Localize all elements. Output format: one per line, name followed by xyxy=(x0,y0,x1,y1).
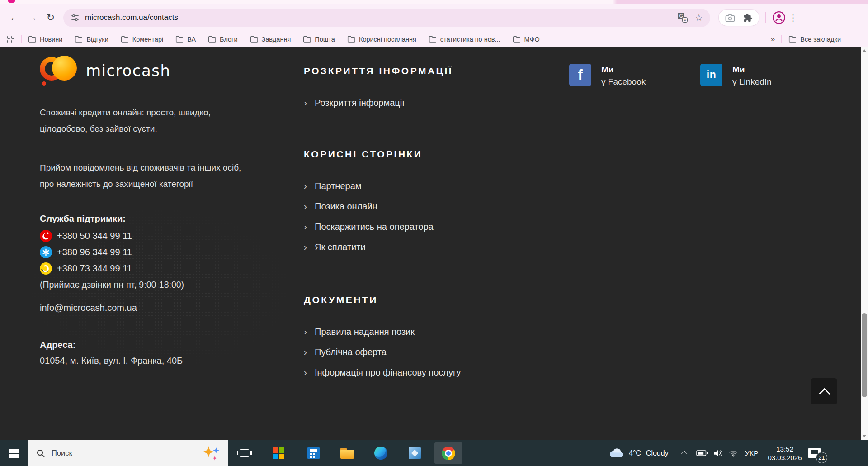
lifecell-icon xyxy=(40,262,52,275)
bookmark-folder-poshta[interactable]: Пошта xyxy=(303,36,335,43)
footer-link-how-to-pay[interactable]: › Як сплатити xyxy=(304,241,434,253)
footer-link-complain[interactable]: › Поскаржитись на оператора xyxy=(304,220,434,233)
all-bookmarks-button[interactable]: Все закладки xyxy=(788,36,841,43)
bookmark-folder-zavdannia[interactable]: Завдання xyxy=(250,36,291,43)
copilot-sparkle-icon[interactable] xyxy=(199,445,223,462)
phone-link-vodafone[interactable]: +380 50 344 99 11 xyxy=(40,229,184,243)
start-button[interactable] xyxy=(0,440,28,466)
support-label: Служба підтримки: xyxy=(40,212,184,225)
section-useful-pages: КОРИСНІ СТОРІНКИ › Партнерам › Позика он… xyxy=(304,148,434,253)
chevron-right-icon: › xyxy=(304,366,307,379)
tab-strip[interactable] xyxy=(0,0,868,4)
task-view-button[interactable] xyxy=(230,440,258,466)
linkedin-icon: in xyxy=(700,64,722,86)
taskbar-search-box[interactable]: Поиск xyxy=(28,440,228,466)
footer-link-loan-rules[interactable]: › Правила надання позик xyxy=(304,325,461,338)
site-settings-icon[interactable] xyxy=(71,13,80,22)
bookmark-folder-komentari[interactable]: Коментарі xyxy=(121,36,163,43)
extensions-icon[interactable] xyxy=(743,13,753,23)
battery-indicator[interactable] xyxy=(696,440,708,466)
search-icon xyxy=(36,449,45,458)
camera-icon[interactable] xyxy=(725,14,735,22)
translate-char: ж xyxy=(682,17,688,23)
show-desktop-button[interactable] xyxy=(865,440,868,466)
bookmarks-right-group: » Все закладки xyxy=(771,35,841,44)
bookmark-label: Відгуки xyxy=(86,36,108,43)
back-button[interactable]: ← xyxy=(5,9,24,27)
battery-icon xyxy=(696,450,708,456)
url-text[interactable]: microcash.com.ua/contacts xyxy=(85,13,178,22)
bookmarks-overflow-icon[interactable]: » xyxy=(771,35,775,44)
taskbar-weather[interactable]: 4°C Cloudy xyxy=(609,440,669,466)
scrollbar-down-arrow[interactable] xyxy=(863,435,866,437)
apps-grid-icon[interactable] xyxy=(7,36,14,43)
profile-avatar-icon[interactable] xyxy=(772,11,786,24)
facebook-text-line2: у Facebook xyxy=(601,75,646,89)
phone-number: +380 73 344 99 11 xyxy=(57,263,132,274)
bookmark-label: Завдання xyxy=(262,36,291,43)
browser-menu-icon[interactable]: ⋮ xyxy=(786,12,800,23)
logo-circles-icon xyxy=(40,56,78,86)
bookmark-folder-novyny[interactable]: Новини xyxy=(28,36,62,43)
folder-icon xyxy=(28,36,36,43)
brand-wordmark: microcash xyxy=(86,62,171,80)
chrome-button[interactable] xyxy=(434,442,462,464)
microsoft-store-button[interactable] xyxy=(264,440,292,466)
tray-overflow-chevron[interactable] xyxy=(683,440,687,466)
chevron-right-icon: › xyxy=(304,241,307,253)
bookmark-folder-korysni[interactable]: Корисні посилання xyxy=(347,36,416,43)
bookmark-folder-vidhuky[interactable]: Відгуки xyxy=(75,36,108,43)
bookmark-folder-va[interactable]: ВА xyxy=(175,36,196,43)
bookmark-label: Блоги xyxy=(220,36,237,43)
scrollbar-up-arrow[interactable] xyxy=(863,49,866,52)
folder-icon xyxy=(429,36,436,43)
forward-button[interactable]: → xyxy=(24,9,42,27)
folder-icon xyxy=(208,36,216,43)
notification-center-button[interactable]: 21 xyxy=(808,440,821,466)
scroll-to-top-button[interactable] xyxy=(811,378,837,404)
page-scrollbar[interactable] xyxy=(861,47,868,440)
photos-app-button[interactable] xyxy=(401,440,429,466)
phone-number: +380 96 344 99 11 xyxy=(57,247,132,257)
email-link[interactable]: info@microcash.com.ua xyxy=(40,301,137,314)
file-explorer-button[interactable] xyxy=(333,440,361,466)
footer-link-disclosure[interactable]: › Розкриття інформації xyxy=(304,96,453,109)
notification-badge: 21 xyxy=(816,452,827,463)
link-label: Поскаржитись на оператора xyxy=(315,220,434,233)
folder-icon xyxy=(175,36,183,43)
scrollbar-thumb[interactable] xyxy=(862,313,867,397)
network-indicator[interactable] xyxy=(728,440,738,466)
calculator-button[interactable] xyxy=(299,440,327,466)
address-block: Адреса: 01054, м. Київ, вул. І. Франка, … xyxy=(40,337,183,369)
bookmark-star-icon[interactable]: ☆ xyxy=(695,12,703,23)
footer-link-loan-online[interactable]: › Позика онлайн xyxy=(304,200,434,213)
translate-icon[interactable]: G ж xyxy=(678,13,688,23)
volume-indicator[interactable] xyxy=(713,440,723,466)
footer-link-financial-info[interactable]: › Інформація про фінансову послугу xyxy=(304,366,461,379)
chrome-icon xyxy=(442,447,455,460)
edge-button[interactable] xyxy=(367,440,395,466)
clock-time: 13:52 xyxy=(776,445,793,453)
browser-chrome: ← → ↻ microcash.com.ua/contacts G ж ☆ xyxy=(0,0,868,47)
link-label: Розкриття інформації xyxy=(315,96,405,109)
footer-link-public-offer[interactable]: › Публічна оферта xyxy=(304,346,461,358)
phone-link-kyivstar[interactable]: +380 96 344 99 11 xyxy=(40,245,184,259)
address-label: Адреса: xyxy=(40,337,183,352)
link-label: Позика онлайн xyxy=(315,200,377,213)
taskbar-clock[interactable]: 13:52 03.03.2026 xyxy=(764,440,806,466)
language-indicator[interactable]: УКР xyxy=(745,440,759,466)
address-bar[interactable]: microcash.com.ua/contacts G ж ☆ xyxy=(63,9,710,27)
footer-link-partners[interactable]: › Партнерам xyxy=(304,180,434,192)
bookmark-folder-statystyka[interactable]: статистика по нов... xyxy=(429,36,500,43)
section-title: РОЗКРИТТЯ ІНФОРМАЦІЇ xyxy=(304,65,453,77)
phone-link-lifecell[interactable]: +380 73 344 99 11 xyxy=(40,262,184,275)
linkedin-link[interactable]: in Ми у LinkedIn xyxy=(700,64,772,89)
bookmark-folder-mfo[interactable]: МФО xyxy=(513,36,540,43)
reload-button[interactable]: ↻ xyxy=(42,9,60,27)
folder-icon xyxy=(250,36,258,43)
site-logo[interactable]: microcash xyxy=(40,56,171,86)
bookmark-folder-blohy[interactable]: Блоги xyxy=(208,36,237,43)
bookmarks-separator xyxy=(781,35,782,43)
facebook-link[interactable]: f Ми у Facebook xyxy=(569,64,646,89)
link-label: Публічна оферта xyxy=(315,346,387,358)
